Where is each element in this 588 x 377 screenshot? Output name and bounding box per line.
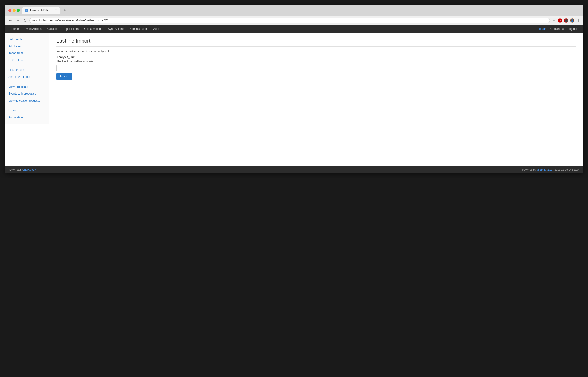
- sidebar-view-delegation-requests[interactable]: View delegation requests: [5, 97, 49, 105]
- nav-logout[interactable]: Log out: [565, 25, 579, 33]
- sidebar-list-events[interactable]: List Events: [5, 36, 49, 43]
- top-nav: Home Event Actions Galaxies Input Filter…: [5, 25, 583, 33]
- browser-titlebar: M Events - MISP × +: [5, 5, 583, 16]
- nav-input-filters[interactable]: Input Filters: [61, 25, 81, 33]
- main-content: Lastline Import Import a Lastline report…: [49, 33, 583, 124]
- forward-button[interactable]: →: [15, 18, 21, 23]
- nav-audit[interactable]: Audit: [150, 25, 162, 33]
- sidebar-list-attributes[interactable]: List Attributes: [5, 67, 49, 74]
- refresh-button[interactable]: ↻: [23, 18, 28, 23]
- field-label: Analysis_link: [57, 56, 576, 59]
- page-title: Lastline Import: [57, 38, 576, 47]
- toolbar-icons: ☆ 🛡 ⬛ 👤 ⋮: [552, 18, 580, 23]
- nav-user: Ortolani: [549, 25, 561, 33]
- nav-galaxies[interactable]: Galaxies: [45, 25, 61, 33]
- footer-powered-label: Powered by: [522, 168, 536, 171]
- browser-window: M Events - MISP × + ← → ↻ ☆ 🛡 ⬛ 👤 ⋮ Home…: [5, 5, 583, 173]
- bookmark-icon[interactable]: ☆: [552, 18, 556, 23]
- traffic-lights: [9, 9, 20, 12]
- footer-misp-version[interactable]: MISP 2.4.119: [537, 168, 552, 171]
- footer-gnupg-link[interactable]: GnuPG key: [22, 168, 36, 171]
- sidebar-import-from[interactable]: Import from…: [5, 50, 49, 57]
- browser-tab[interactable]: M Events - MISP ×: [22, 7, 60, 14]
- nav-email-icon[interactable]: ✉: [562, 27, 565, 31]
- nav-brand[interactable]: MISP: [537, 25, 548, 33]
- sidebar-divider-3: [5, 104, 49, 107]
- analysis-link-input[interactable]: [57, 65, 141, 71]
- nav-sync-actions[interactable]: Sync Actions: [105, 25, 127, 33]
- address-input[interactable]: [29, 18, 550, 23]
- browser-addressbar: ← → ↻ ☆ 🛡 ⬛ 👤 ⋮: [5, 16, 583, 25]
- traffic-light-red[interactable]: [9, 9, 11, 12]
- extension-icon-1[interactable]: 🛡: [558, 18, 562, 23]
- sidebar-add-event[interactable]: Add Event: [5, 43, 49, 50]
- sidebar-export[interactable]: Export: [5, 107, 49, 114]
- nav-home[interactable]: Home: [9, 25, 22, 33]
- sidebar-divider-1: [5, 64, 49, 67]
- extension-icon-2[interactable]: ⬛: [564, 18, 568, 23]
- avatar-icon[interactable]: 👤: [570, 18, 574, 23]
- import-button[interactable]: Import: [57, 73, 72, 80]
- footer-download-label: Download:: [9, 168, 22, 171]
- footer-datetime: - 2019-12-09 14:51:00: [553, 168, 579, 171]
- sidebar-automation[interactable]: Automation: [5, 114, 49, 121]
- sidebar-divider-2: [5, 81, 49, 83]
- sidebar-events-with-proposals[interactable]: Events with proposals: [5, 90, 49, 97]
- content-wrapper: List Events Add Event Import from… REST …: [5, 33, 583, 124]
- tab-favicon: M: [25, 9, 28, 12]
- footer: Download: GnuPG key Powered by MISP 2.4.…: [5, 166, 583, 173]
- new-tab-button[interactable]: +: [62, 8, 68, 13]
- nav-administration[interactable]: Administration: [127, 25, 150, 33]
- tab-title: Events - MISP: [30, 9, 48, 12]
- footer-download: Download: GnuPG key: [9, 168, 36, 171]
- nav-global-actions[interactable]: Global Actions: [81, 25, 105, 33]
- menu-icon[interactable]: ⋮: [576, 18, 580, 23]
- footer-powered-by: Powered by MISP 2.4.119 - 2019-12-09 14:…: [522, 168, 579, 171]
- traffic-light-green[interactable]: [17, 9, 20, 12]
- sidebar: List Events Add Event Import from… REST …: [5, 33, 49, 124]
- nav-event-actions[interactable]: Event Actions: [22, 25, 45, 33]
- sidebar-rest-client[interactable]: REST client: [5, 57, 49, 64]
- back-button[interactable]: ←: [8, 18, 13, 23]
- field-hint: The link to a Lastline analysis: [57, 60, 576, 63]
- sidebar-search-attributes[interactable]: Search Attributes: [5, 74, 49, 81]
- traffic-light-yellow[interactable]: [13, 9, 15, 12]
- app-container: Home Event Actions Galaxies Input Filter…: [5, 25, 583, 166]
- section-description: Import a Lastline report from an analysi…: [57, 50, 576, 53]
- tab-close-button[interactable]: ×: [55, 9, 57, 12]
- sidebar-view-proposals[interactable]: View Proposals: [5, 83, 49, 91]
- nav-right: MISP Ortolani ✉ Log out: [537, 25, 579, 33]
